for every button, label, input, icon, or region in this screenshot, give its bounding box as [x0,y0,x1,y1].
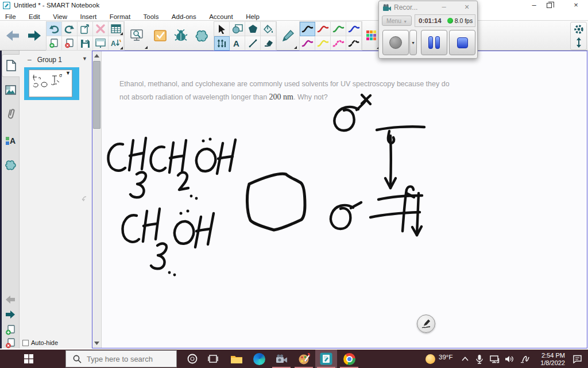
task-view-button[interactable] [202,350,224,368]
group-caret-icon[interactable]: ▼ [82,56,87,62]
line-tool-button[interactable] [245,36,261,51]
gallery-image-icon [5,85,16,95]
record-button[interactable] [382,30,409,55]
pen-blue-button[interactable] [346,22,362,36]
action-center-button[interactable] [567,350,587,368]
tab-addons[interactable] [2,153,20,176]
add-page-button[interactable] [47,36,62,51]
pen-red-button[interactable] [315,22,331,36]
taskbar-clock[interactable]: 2:54 PM 1/8/2022 [534,352,565,367]
recorder-app-taskbar-button[interactable] [270,350,292,368]
sort-text-button[interactable]: A [109,36,124,51]
screen-capture-button[interactable] [126,22,148,49]
tab-gallery[interactable] [2,78,20,101]
stop-button[interactable] [449,30,475,55]
delete-button[interactable] [93,22,109,36]
recording-fps: 8.0 fps [455,17,473,24]
paint-tools-button[interactable] [293,350,315,368]
scroll-down-arrow[interactable] [94,341,100,346]
fill-tool-button[interactable] [261,22,276,36]
canvas-vertical-scrollbar[interactable] [92,51,102,348]
table-button[interactable] [109,22,124,36]
group-collapse-glyph[interactable]: – [28,56,32,64]
group-header[interactable]: –Group 1▼ [23,56,91,65]
network-tray-button[interactable] [487,350,502,368]
tray-overflow-button[interactable] [458,350,473,368]
pen-black-dashed-button[interactable] [346,36,362,51]
move-toolbar-icon[interactable] [575,37,582,48]
color-palette-button[interactable] [363,22,380,49]
assessment-button[interactable] [150,22,170,49]
recorder-widget[interactable]: Recor... – × Menu ▼ 0:01:14 8.0 fps ▼ [378,1,478,59]
next-page-button[interactable] [3,307,18,322]
scrollbar-thumb[interactable] [93,61,100,129]
recorder-status-panel: 0:01:14 8.0 fps [415,14,475,27]
save-button[interactable] [78,36,93,51]
pen-swatch-yellow [317,39,329,48]
polygon-tool-button[interactable] [245,22,261,36]
screen-shade-button[interactable] [93,36,109,51]
restore-button[interactable] [547,3,552,8]
previous-page-button[interactable] [3,292,18,307]
gear-icon[interactable] [574,24,584,34]
forward-arrow-icon [27,29,42,42]
smart-response-button[interactable] [171,22,191,49]
handwritten-ink-layer[interactable] [102,51,588,348]
pen-yellow-button[interactable] [315,36,331,51]
sidebar-delete-page-button[interactable] [3,335,18,350]
undo-button[interactable] [47,22,62,36]
autohide-control[interactable]: Auto-hide [22,339,58,346]
select-tool-button[interactable] [214,22,230,36]
microphone-tray-button[interactable] [472,350,487,368]
tab-attachments[interactable] [2,102,20,125]
sidebar-collapse-hint-icon[interactable] [82,195,87,201]
back-button[interactable] [2,22,23,49]
minimize-button[interactable]: – [525,0,543,11]
export-page-button[interactable] [78,22,93,36]
taskbar-search[interactable] [65,350,177,367]
redo-button[interactable] [62,22,78,36]
weather-button[interactable] [421,350,439,368]
autohide-checkbox[interactable] [22,340,29,346]
pen-green-button[interactable] [331,22,346,36]
thumbnail-menu-caret[interactable]: ▼ [65,70,71,76]
notebook-canvas[interactable]: Ethanol, methanol, and cyclohexane are c… [92,51,587,348]
pen-black-button[interactable] [300,22,315,36]
measure-tools-button[interactable] [214,36,230,51]
page-thumbnail[interactable]: σ ▼ [29,70,72,97]
eraser-tool-button[interactable] [261,36,276,51]
pause-button[interactable] [421,30,447,55]
edge-button[interactable] [248,350,270,368]
file-explorer-button[interactable] [226,350,247,368]
cortana-button[interactable] [181,350,203,368]
forward-button[interactable] [24,22,45,49]
tab-properties[interactable]: A [2,129,20,152]
smart-notebook-taskbar-button[interactable] [315,350,337,368]
weather-temp[interactable]: 39°F [439,354,452,361]
line-icon [249,39,257,48]
delete-page-button[interactable] [62,36,78,51]
pen-magenta-button[interactable] [300,36,315,51]
floating-pen-button[interactable] [417,315,435,333]
pen-tool-button[interactable] [279,22,297,49]
text-tool-button[interactable]: A [230,36,245,51]
pen-swatch-magenta [301,39,314,48]
record-options-dropdown[interactable]: ▼ [409,30,417,55]
stop-square-icon [457,37,468,48]
smart-lab-button[interactable] [192,22,211,49]
start-button[interactable] [16,350,41,368]
volume-tray-button[interactable] [502,350,517,368]
app-logo-icon [3,2,10,9]
tab-page-sorter[interactable] [2,54,20,77]
close-button[interactable]: × [567,0,585,11]
action-center-icon [572,355,582,363]
recorder-minimize-button[interactable]: – [438,2,450,11]
chrome-button[interactable] [338,350,360,368]
pen-pink-dotted-button[interactable] [331,36,346,51]
recorder-close-button[interactable]: × [461,2,473,12]
shapes-tool-button[interactable] [230,22,245,36]
scroll-up-arrow[interactable] [94,53,100,58]
search-input[interactable] [87,355,173,363]
windows-ink-tray-button[interactable] [517,350,533,368]
recorder-menu-button[interactable]: Menu ▼ [382,16,412,26]
